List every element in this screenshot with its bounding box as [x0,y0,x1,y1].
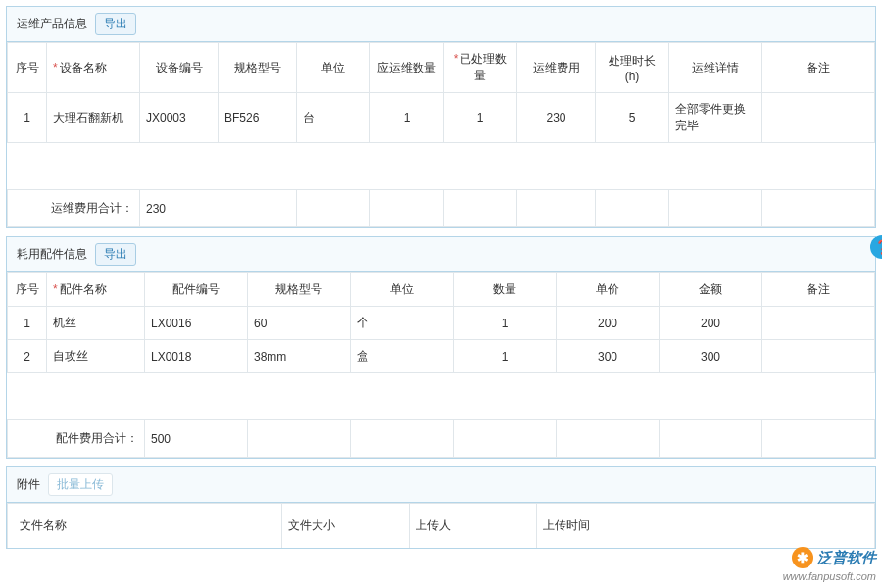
cell-unit: 个 [351,307,454,340]
cell-part-name: 机丝 [47,307,145,340]
col-hours: 处理时长(h) [596,43,669,93]
maintenance-products-panel: 运维产品信息 导出 序号 *设备名称 设备编号 规格型号 单位 应运维数量 *已… [6,6,876,228]
cell-remark [762,307,875,340]
consumed-parts-panel: 耗用配件信息 导出 序号 *配件名称 配件编号 规格型号 单位 数量 单价 金额… [6,236,876,459]
table-header-row: 文件名称 文件大小 上传人 上传时间 [8,504,875,549]
panel-header: 运维产品信息 导出 [7,7,875,42]
cell-price: 300 [557,340,660,373]
cell-part-code: LX0016 [145,307,248,340]
cell-detail: 全部零件更换完毕 [669,93,762,143]
col-filename: 文件名称 [8,504,282,549]
table-header-row: 序号 *设备名称 设备编号 规格型号 单位 应运维数量 *已处理数量 运维费用 … [8,43,875,93]
batch-upload-button[interactable]: 批量上传 [48,473,113,496]
table-header-row: 序号 *配件名称 配件编号 规格型号 单位 数量 单价 金额 备注 [8,273,875,307]
cell-required-qty: 1 [370,93,444,143]
panel-title: 运维产品信息 [17,16,87,32]
cell-processed-qty: 1 [444,93,517,143]
cell-part-name: 自攻丝 [47,340,145,373]
cell-remark [762,340,875,373]
panel-header: 耗用配件信息 导出 [7,237,875,272]
col-cost: 运维费用 [517,43,596,93]
parts-table: 序号 *配件名称 配件编号 规格型号 单位 数量 单价 金额 备注 1 机丝 L… [7,272,875,458]
cell-device-name: 大理石翻新机 [47,93,140,143]
col-remark: 备注 [762,43,875,93]
col-required-qty: 应运维数量 [370,43,444,93]
col-seq: 序号 [8,43,47,93]
cell-spec: 60 [248,307,351,340]
attachments-table: 文件名称 文件大小 上传人 上传时间 [7,503,875,548]
summary-row: 配件费用合计： 500 [8,420,875,458]
col-filesize: 文件大小 [282,504,410,549]
col-qty: 数量 [454,273,557,307]
summary-row: 运维费用合计： 230 [8,190,875,227]
table-row[interactable]: 1 机丝 LX0016 60 个 1 200 200 [8,307,875,340]
cell-seq: 1 [8,93,47,143]
cell-spec: BF526 [219,93,297,143]
cell-remark [762,93,875,143]
col-part-code: 配件编号 [145,273,248,307]
cell-amount: 300 [660,340,762,373]
attachments-panel: 附件 批量上传 文件名称 文件大小 上传人 上传时间 [6,466,876,549]
col-detail: 运维详情 [669,43,762,93]
panel-title: 附件 [17,476,40,493]
required-marker: * [53,61,58,74]
maintenance-table: 序号 *设备名称 设备编号 规格型号 单位 应运维数量 *已处理数量 运维费用 … [7,42,875,227]
cell-cost: 230 [517,93,596,143]
col-processed-qty: *已处理数量 [444,43,517,93]
col-price: 单价 [557,273,660,307]
summary-label: 配件费用合计： [8,420,145,458]
cell-qty: 1 [454,340,557,373]
cell-qty: 1 [454,307,557,340]
export-button[interactable]: 导出 [95,13,136,35]
summary-value: 230 [140,190,297,227]
col-unit: 单位 [351,273,454,307]
col-unit: 单位 [297,43,370,93]
cell-price: 200 [557,307,660,340]
col-device-code: 设备编号 [140,43,219,93]
cell-unit: 台 [297,93,370,143]
table-row[interactable]: 1 大理石翻新机 JX0003 BF526 台 1 1 230 5 全部零件更换… [8,93,875,143]
summary-value: 500 [145,420,248,458]
col-uploader: 上传人 [410,504,537,549]
summary-label: 运维费用合计： [8,190,140,227]
cell-amount: 200 [660,307,762,340]
col-spec: 规格型号 [219,43,297,93]
col-upload-time: 上传时间 [537,504,875,549]
watermark: ✱ 泛普软件 www.fanpusoft.com [783,547,876,563]
col-device-name: *设备名称 [47,43,140,93]
cell-spec: 38mm [248,340,351,373]
col-spec: 规格型号 [248,273,351,307]
col-amount: 金额 [660,273,762,307]
col-remark: 备注 [762,273,875,307]
cell-seq: 2 [8,340,47,373]
export-button[interactable]: 导出 [95,243,136,266]
brand-name: 泛普软件 [817,549,876,564]
panel-title: 耗用配件信息 [17,246,87,263]
required-marker: * [53,282,58,296]
col-part-name: *配件名称 [47,273,145,307]
cell-seq: 1 [8,307,47,340]
cell-device-code: JX0003 [140,93,219,143]
required-marker: * [454,52,459,66]
panel-header: 附件 批量上传 [7,467,875,503]
cell-hours: 5 [596,93,669,143]
brand-logo-icon: ✱ [792,547,813,563]
table-row[interactable]: 2 自攻丝 LX0018 38mm 盒 1 300 300 [8,340,875,373]
cell-part-code: LX0018 [145,340,248,373]
cell-unit: 盒 [351,340,454,373]
col-seq: 序号 [8,273,47,307]
